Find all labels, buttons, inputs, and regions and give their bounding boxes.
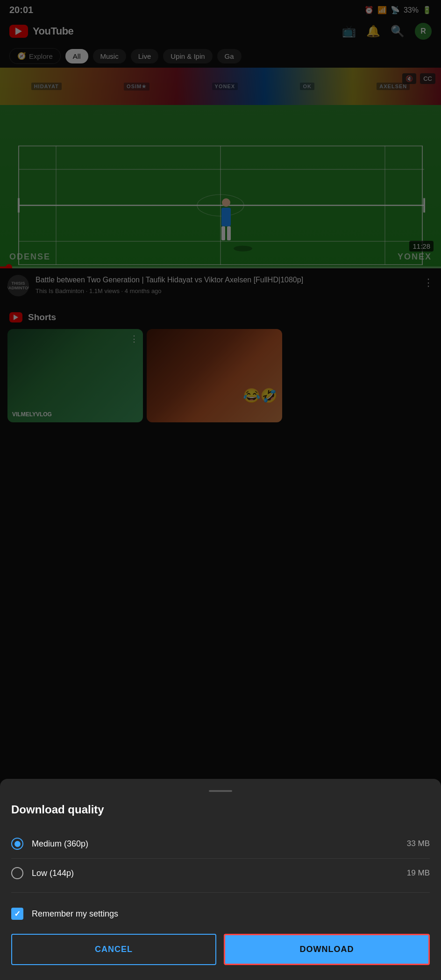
download-button[interactable]: DOWNLOAD	[224, 934, 430, 965]
sheet-handle	[209, 790, 232, 792]
remember-checkbox[interactable]: ✓	[11, 908, 23, 920]
remember-settings-row[interactable]: ✓ Remember my settings	[11, 897, 430, 930]
quality-medium-label: Medium (360p)	[32, 839, 407, 849]
bottom-sheet-overlay[interactable]: Download quality Medium (360p) 33 MB Low…	[0, 0, 441, 980]
radio-medium-inner	[14, 841, 21, 847]
remember-label: Remember my settings	[32, 909, 118, 919]
radio-medium[interactable]	[11, 838, 23, 850]
quality-option-low[interactable]: Low (144p) 19 MB	[11, 858, 430, 888]
download-quality-sheet: Download quality Medium (360p) 33 MB Low…	[0, 779, 441, 980]
cancel-button[interactable]: CANCEL	[11, 934, 216, 965]
radio-low[interactable]	[11, 867, 23, 879]
sheet-title: Download quality	[11, 803, 430, 816]
quality-low-label: Low (144p)	[32, 868, 407, 878]
quality-medium-size: 33 MB	[407, 839, 430, 848]
quality-option-medium[interactable]: Medium (360p) 33 MB	[11, 829, 430, 858]
checkbox-check-icon: ✓	[14, 909, 21, 919]
divider	[11, 892, 430, 893]
sheet-buttons: CANCEL DOWNLOAD	[11, 934, 430, 965]
quality-low-size: 19 MB	[407, 868, 430, 878]
